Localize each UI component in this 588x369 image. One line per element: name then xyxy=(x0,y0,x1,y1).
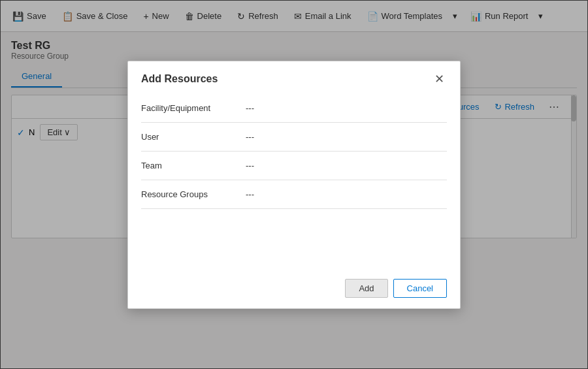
modal-header: Add Resources ✕ xyxy=(128,61,460,94)
modal-body: Facility/Equipment --- User --- Team ---… xyxy=(128,94,460,268)
app-frame: 💾 Save 📋 Save & Close + New 🗑 Delete ↻ R… xyxy=(0,0,588,369)
resource-label-facility: Facility/Equipment xyxy=(141,103,246,113)
resource-value-team: --- xyxy=(246,161,254,170)
resource-value-user: --- xyxy=(246,132,254,142)
modal-backdrop: Add Resources ✕ Facility/Equipment --- U… xyxy=(1,1,587,368)
resource-row-user: User --- xyxy=(141,123,447,152)
add-button[interactable]: Add xyxy=(345,279,387,298)
resource-row-resource-groups: Resource Groups --- xyxy=(141,180,447,209)
modal-close-button[interactable]: ✕ xyxy=(432,72,447,86)
resource-row-facility: Facility/Equipment --- xyxy=(141,94,447,123)
modal-footer: Add Cancel xyxy=(128,268,460,308)
resource-label-resource-groups: Resource Groups xyxy=(141,189,246,199)
resource-label-team: Team xyxy=(141,161,246,170)
add-resources-modal: Add Resources ✕ Facility/Equipment --- U… xyxy=(127,61,461,309)
resource-label-user: User xyxy=(141,132,246,142)
cancel-button[interactable]: Cancel xyxy=(393,279,447,298)
resource-value-resource-groups: --- xyxy=(246,189,254,199)
resource-row-team: Team --- xyxy=(141,152,447,180)
resource-value-facility: --- xyxy=(246,103,254,113)
modal-title: Add Resources xyxy=(141,73,218,85)
